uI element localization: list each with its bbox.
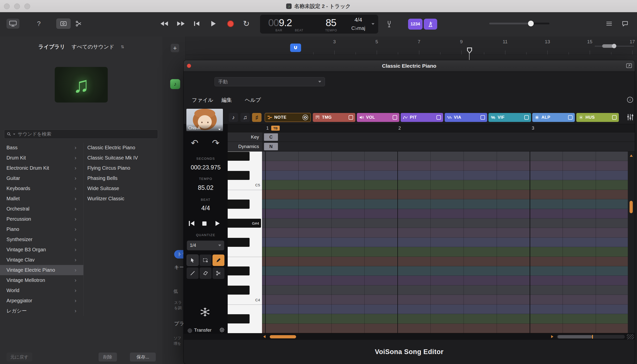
tab-checkbox[interactable] [568,115,572,120]
resize-grip[interactable] [627,334,634,339]
scroll-right-icon[interactable] [551,335,554,338]
freeze-button[interactable] [200,307,210,318]
sidebar-item-arpeggiator[interactable]: Arpeggiator› [0,296,83,306]
sidebar-item-world[interactable]: World› [0,286,83,296]
go-to-beginning-button[interactable] [191,19,202,28]
tab-note[interactable]: NOTE [265,113,311,122]
preset-item[interactable]: Flying Circus Piano [87,163,160,173]
sidebar-item-bass[interactable]: Bass› [0,142,83,153]
menu-edit[interactable]: 編集 [222,94,232,106]
volume-slider-track[interactable] [489,23,550,24]
marquee-tool-button[interactable] [200,254,212,266]
track-icon[interactable]: ♪ [170,79,180,89]
preset-item[interactable]: Wide Suitcase [87,183,160,194]
volume-slider-knob[interactable] [528,21,534,26]
count-in-button[interactable]: 1234 [408,19,422,30]
forward-button[interactable] [175,19,187,28]
library-search[interactable] [4,130,158,139]
undo-icon[interactable]: ↶ [191,138,198,148]
go-to-start-button[interactable] [186,219,197,228]
key-value[interactable]: C [264,133,278,141]
tab-via[interactable]: VIA [445,113,487,122]
tuner-button[interactable] [384,19,394,29]
search-scope-caret-icon[interactable] [13,134,15,135]
piano-key-black[interactable] [228,171,250,180]
note-input-mode-button[interactable]: ♪ [229,113,238,122]
toggle-notes-button[interactable] [620,19,630,28]
preset-item[interactable]: Classic Electric Piano [87,142,160,153]
character-selector[interactable]: Chis-A [186,108,223,131]
sidebar-item-vintage-clav[interactable]: Vintage Clav› [0,255,83,265]
library-scope[interactable]: すべてのサウンド [72,43,114,50]
tab-vif[interactable]: VIF [488,113,531,122]
help-button[interactable]: ? [34,19,43,28]
piano-roll-grid[interactable] [262,152,628,333]
zoom-slider-knob[interactable] [612,44,616,48]
tab-vol[interactable]: VOL [357,113,399,122]
pointer-tool-button[interactable] [186,254,198,266]
sidebar-item-vintage-electric-piano[interactable]: Vintage Electric Piano› [0,265,83,275]
sidebar-item-drum-kit[interactable]: Drum Kit› [0,153,83,163]
visibility-eye-icon[interactable] [302,114,308,120]
info-button[interactable]: i [627,97,633,103]
piano-key-black[interactable] [228,286,250,294]
tab-hus[interactable]: HUS [576,113,619,122]
plugin-play-button[interactable] [212,219,223,228]
piano-key-black[interactable] [228,266,250,276]
rewind-button[interactable] [158,19,170,28]
piano-key-black[interactable] [228,238,250,247]
scroll-left-icon[interactable] [263,335,266,338]
tab-tmg[interactable]: TMG [313,113,355,122]
snap-button[interactable] [290,44,301,52]
tab-checkbox[interactable] [436,115,441,120]
zoom-scroll-thumb[interactable] [558,335,592,338]
sidebar-item-mallet[interactable]: Mallet› [0,194,83,204]
eraser-tool-button[interactable] [200,268,212,279]
piano-keyboard[interactable]: C5G#4C4 [228,152,262,333]
cycle-button[interactable]: ↻ [241,18,252,29]
sidebar-item--[interactable]: レガシー› [0,306,83,316]
tab-pit[interactable]: PIT [400,113,443,122]
preset-item[interactable]: Phasing Bells [87,173,160,183]
save-button[interactable]: 保存... [130,352,156,362]
vertical-scroll-thumb[interactable] [630,201,633,213]
piano-key-black[interactable]: G#4 [228,219,261,228]
toolbar-customize-button[interactable] [56,18,71,29]
sidebar-item-vintage-mellotron[interactable]: Vintage Mellotron› [0,275,83,286]
piano-key-black[interactable] [228,314,250,323]
mixer-panel-button[interactable] [626,114,634,122]
preset-item[interactable]: Classic Suitcase Mk IV [87,153,160,163]
sidebar-item-guitar[interactable]: Guitar› [0,173,83,183]
quantize-dropdown[interactable]: 1/4 [187,240,224,250]
tab-checkbox[interactable] [612,115,616,120]
search-input[interactable] [17,131,155,137]
dynamics-row[interactable] [262,142,635,152]
sidebar-item-synthesizer[interactable]: Synthesizer› [0,234,83,244]
tab-checkbox[interactable] [348,115,353,120]
stop-button[interactable] [199,219,210,228]
menu-help[interactable]: ヘルプ [245,94,261,106]
toggle-list-editors-button[interactable] [604,19,614,28]
lcd-display[interactable]: 009.2 BAR BEAT 85 TEMPO 4/4 C♭maj [260,15,378,34]
pencil-tool-button[interactable] [212,254,224,266]
dynamics-value[interactable]: N [264,143,278,150]
sidebar-item-electronic-drum-kit[interactable]: Electronic Drum Kit› [0,163,83,173]
preset-item[interactable]: Wurlitzer Classic [87,194,160,204]
plugin-timeline[interactable]: 1TB23 [184,124,635,132]
key-row[interactable] [262,132,635,142]
plugin-titlebar[interactable]: Classic Electric Piano [184,60,635,72]
line-tool-button[interactable] [186,268,198,279]
tab-checkbox[interactable] [393,115,397,120]
piano-key-black[interactable] [228,152,250,161]
sidebar-item-keyboards[interactable]: Keyboards› [0,183,83,194]
metronome-button[interactable] [424,19,437,30]
chevron-down-icon[interactable] [218,129,221,130]
scroll-up-icon[interactable] [630,154,633,157]
sidebar-item-orchestral[interactable]: Orchestral› [0,204,83,214]
control-surfaces-button[interactable] [6,19,20,28]
redo-icon[interactable]: ↷ [212,138,220,148]
ruler[interactable]: 357911131517 [186,36,637,55]
plugin-hscrollbar[interactable] [184,333,635,340]
delete-button[interactable]: 削除 [98,352,117,362]
accidental-mode-button[interactable]: ♯ [252,113,262,122]
